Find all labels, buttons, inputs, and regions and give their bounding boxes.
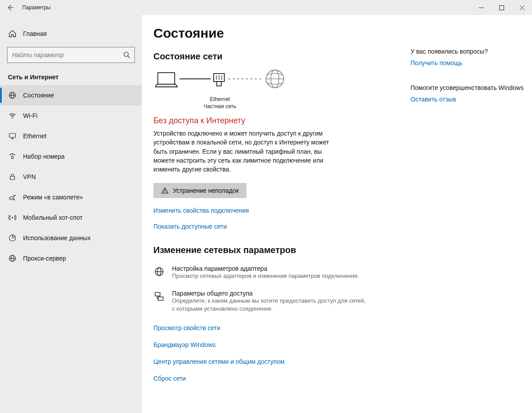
sidebar-item-label: Режим «в самолете» <box>23 194 83 201</box>
svg-rect-13 <box>12 156 13 159</box>
svg-line-5 <box>128 56 130 58</box>
change-settings-heading: Изменение сетевых параметров <box>153 245 402 255</box>
svg-point-9 <box>12 118 13 119</box>
svg-rect-23 <box>217 82 221 86</box>
proxy-icon <box>8 254 17 263</box>
troubleshoot-label: Устранение неполадок <box>173 187 239 194</box>
sidebar: Главная Сеть и Интернет Состояние Wi-Fi <box>0 15 142 413</box>
sidebar-item-hotspot[interactable]: Мобильный хот-спот <box>0 207 142 228</box>
right-column: У вас появились вопросы? Получить помощь… <box>411 26 526 413</box>
home-label: Главная <box>23 30 47 37</box>
diagram-adapter-label: Ethernet <box>202 96 238 103</box>
questions-heading: У вас появились вопросы? <box>411 48 526 55</box>
svg-rect-20 <box>158 73 175 84</box>
search-input[interactable] <box>8 47 119 62</box>
adapter-options-row[interactable]: Настройка параметров адаптера Просмотр с… <box>153 265 366 280</box>
network-diagram <box>155 68 402 94</box>
titlebar: Параметры <box>0 0 532 15</box>
adapter-options-desc: Просмотр сетевых адаптеров и изменение п… <box>172 272 359 280</box>
sidebar-item-ethernet[interactable]: Ethernet <box>0 126 142 146</box>
sidebar-item-status[interactable]: Состояние <box>0 85 142 105</box>
back-button[interactable] <box>0 0 20 15</box>
status-icon <box>8 91 17 100</box>
airplane-icon <box>8 193 17 202</box>
svg-rect-37 <box>158 297 163 300</box>
vpn-icon <box>8 172 17 181</box>
sharing-center-link[interactable]: Центр управления сетями и общим доступом <box>153 358 402 365</box>
home-nav[interactable]: Главная <box>0 24 142 43</box>
adapter-options-title: Настройка параметров адаптера <box>172 265 359 272</box>
adapter-options-icon <box>153 266 165 277</box>
sidebar-item-datausage[interactable]: Использование данных <box>0 228 142 248</box>
svg-rect-10 <box>9 133 16 137</box>
sharing-options-icon <box>153 291 165 302</box>
show-available-networks-link[interactable]: Показать доступные сети <box>153 223 402 230</box>
home-icon <box>8 29 17 38</box>
sidebar-item-wifi[interactable]: Wi-Fi <box>0 105 142 126</box>
svg-rect-14 <box>10 176 15 179</box>
improve-heading: Помогите усовершенствовать Windows <box>411 84 526 91</box>
window-title: Параметры <box>20 4 51 11</box>
sidebar-item-label: Использование данных <box>23 234 90 242</box>
get-help-link[interactable]: Получить помощь <box>411 59 526 66</box>
sidebar-item-label: Прокси-сервер <box>23 255 66 262</box>
change-connection-properties-link[interactable]: Изменить свойства подключения <box>153 207 402 214</box>
svg-point-32 <box>164 192 165 193</box>
warning-icon <box>161 187 168 194</box>
wifi-icon <box>8 111 17 120</box>
network-reset-link[interactable]: Сброс сети <box>153 375 402 382</box>
feedback-link[interactable]: Оставить отзыв <box>411 96 526 103</box>
close-button[interactable] <box>512 0 532 15</box>
sidebar-category: Сеть и Интернет <box>0 63 142 85</box>
sharing-options-row[interactable]: Параметры общего доступа Определите, к к… <box>153 290 366 313</box>
svg-point-4 <box>124 52 129 57</box>
svg-point-15 <box>12 217 13 218</box>
sidebar-item-dialup[interactable]: Набор номера <box>0 146 142 167</box>
minimize-icon <box>479 5 484 10</box>
arrow-left-icon <box>7 4 14 11</box>
ethernet-icon <box>8 132 17 140</box>
sidebar-item-label: Набор номера <box>23 153 65 160</box>
sidebar-item-label: Состояние <box>23 92 54 99</box>
no-internet-title: Без доступа к Интернету <box>153 116 402 125</box>
network-status-heading: Состояние сети <box>153 51 402 62</box>
sharing-options-title: Параметры общего доступа <box>172 290 366 297</box>
diagram-network-type: Частная сеть <box>202 103 238 110</box>
minimize-button[interactable] <box>471 0 491 15</box>
sidebar-item-airplane[interactable]: Режим «в самолете» <box>0 187 142 207</box>
maximize-button[interactable] <box>491 0 512 15</box>
no-internet-body: Устройство подключено и может получить д… <box>153 129 331 174</box>
datausage-icon <box>8 234 17 242</box>
sidebar-item-label: Ethernet <box>23 132 47 140</box>
sidebar-item-vpn[interactable]: VPN <box>0 167 142 187</box>
close-icon <box>520 5 524 10</box>
main-content: Состояние Состояние сети <box>153 26 402 413</box>
search-icon <box>119 51 134 58</box>
hotspot-icon <box>8 213 17 222</box>
sharing-options-desc: Определите, к каким данным вы хотите пре… <box>172 297 366 313</box>
search-box[interactable] <box>7 47 135 63</box>
dialup-icon <box>8 152 17 161</box>
svg-rect-1 <box>499 5 504 10</box>
svg-rect-36 <box>155 292 160 296</box>
sidebar-item-label: Мобильный хот-спот <box>23 214 82 221</box>
maximize-icon <box>499 5 504 10</box>
troubleshoot-button[interactable]: Устранение неполадок <box>153 183 246 198</box>
sidebar-item-label: Wi-Fi <box>23 112 38 119</box>
sidebar-item-label: VPN <box>23 173 36 180</box>
firewall-link[interactable]: Брандмауэр Windows <box>153 341 402 348</box>
page-title: Состояние <box>153 26 402 41</box>
view-network-properties-link[interactable]: Просмотр свойств сети <box>153 324 402 331</box>
sidebar-item-proxy[interactable]: Прокси-сервер <box>0 248 142 269</box>
